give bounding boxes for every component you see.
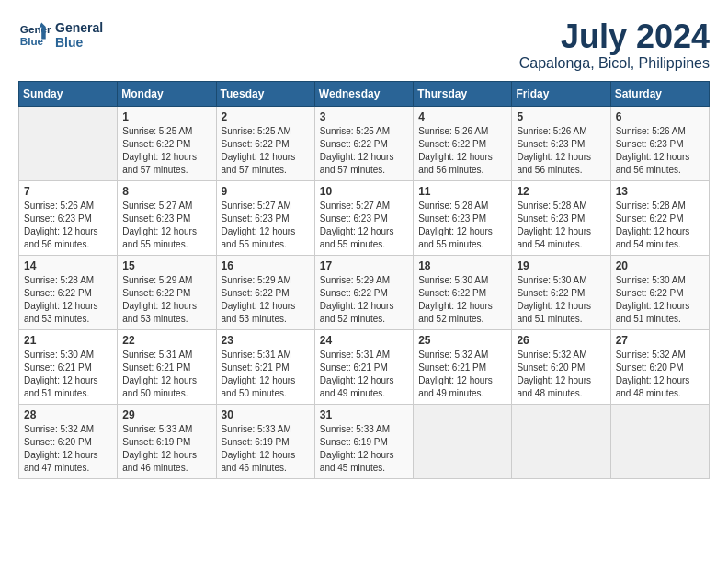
calendar-cell: 31Sunrise: 5:33 AMSunset: 6:19 PMDayligh… bbox=[314, 404, 413, 478]
calendar-cell bbox=[512, 404, 610, 478]
calendar-cell: 27Sunrise: 5:32 AMSunset: 6:20 PMDayligh… bbox=[610, 329, 709, 404]
day-number: 1 bbox=[122, 110, 210, 123]
day-info: Sunrise: 5:33 AMSunset: 6:19 PMDaylight:… bbox=[320, 423, 408, 475]
day-number: 20 bbox=[616, 259, 704, 272]
calendar-table: SundayMondayTuesdayWednesdayThursdayFrid… bbox=[18, 81, 710, 479]
calendar-cell: 18Sunrise: 5:30 AMSunset: 6:22 PMDayligh… bbox=[414, 255, 512, 329]
day-info: Sunrise: 5:31 AMSunset: 6:21 PMDaylight:… bbox=[122, 349, 210, 400]
day-info: Sunrise: 5:30 AMSunset: 6:21 PMDaylight:… bbox=[24, 349, 112, 400]
calendar-cell: 23Sunrise: 5:31 AMSunset: 6:21 PMDayligh… bbox=[216, 329, 314, 404]
calendar-cell: 3Sunrise: 5:25 AMSunset: 6:22 PMDaylight… bbox=[314, 106, 413, 180]
calendar-cell: 29Sunrise: 5:33 AMSunset: 6:19 PMDayligh… bbox=[118, 404, 216, 478]
calendar-cell: 7Sunrise: 5:26 AMSunset: 6:23 PMDaylight… bbox=[19, 180, 118, 255]
day-info: Sunrise: 5:29 AMSunset: 6:22 PMDaylight:… bbox=[222, 274, 310, 326]
day-number: 15 bbox=[122, 259, 210, 272]
day-info: Sunrise: 5:25 AMSunset: 6:22 PMDaylight:… bbox=[320, 125, 408, 177]
day-info: Sunrise: 5:28 AMSunset: 6:23 PMDaylight:… bbox=[517, 200, 605, 251]
calendar-cell: 5Sunrise: 5:26 AMSunset: 6:23 PMDaylight… bbox=[512, 106, 610, 180]
svg-text:General: General bbox=[20, 23, 51, 35]
weekday-header-sunday: Sunday bbox=[19, 81, 118, 106]
logo: General Blue General Blue bbox=[18, 18, 103, 52]
day-number: 26 bbox=[517, 334, 605, 347]
day-info: Sunrise: 5:30 AMSunset: 6:22 PMDaylight:… bbox=[418, 274, 506, 326]
calendar-cell: 19Sunrise: 5:30 AMSunset: 6:22 PMDayligh… bbox=[512, 255, 610, 329]
calendar-cell: 24Sunrise: 5:31 AMSunset: 6:21 PMDayligh… bbox=[314, 329, 413, 404]
day-info: Sunrise: 5:27 AMSunset: 6:23 PMDaylight:… bbox=[320, 200, 408, 251]
calendar-cell: 20Sunrise: 5:30 AMSunset: 6:22 PMDayligh… bbox=[610, 255, 709, 329]
day-number: 8 bbox=[122, 185, 210, 198]
weekday-header-row: SundayMondayTuesdayWednesdayThursdayFrid… bbox=[19, 81, 710, 106]
calendar-cell: 8Sunrise: 5:27 AMSunset: 6:23 PMDaylight… bbox=[118, 180, 216, 255]
weekday-header-wednesday: Wednesday bbox=[314, 81, 413, 106]
day-number: 28 bbox=[24, 408, 112, 421]
day-number: 25 bbox=[418, 334, 506, 347]
day-info: Sunrise: 5:26 AMSunset: 6:22 PMDaylight:… bbox=[418, 125, 506, 177]
calendar-cell bbox=[610, 404, 709, 478]
calendar-cell bbox=[414, 404, 512, 478]
calendar-cell: 16Sunrise: 5:29 AMSunset: 6:22 PMDayligh… bbox=[216, 255, 314, 329]
day-info: Sunrise: 5:27 AMSunset: 6:23 PMDaylight:… bbox=[122, 200, 210, 251]
day-number: 10 bbox=[320, 185, 408, 198]
day-number: 29 bbox=[122, 408, 210, 421]
weekday-header-thursday: Thursday bbox=[414, 81, 512, 106]
calendar-cell: 15Sunrise: 5:29 AMSunset: 6:22 PMDayligh… bbox=[118, 255, 216, 329]
page-header: General Blue General Blue July 2024 Capa… bbox=[18, 18, 710, 72]
calendar-cell: 21Sunrise: 5:30 AMSunset: 6:21 PMDayligh… bbox=[19, 329, 118, 404]
weekday-header-saturday: Saturday bbox=[610, 81, 709, 106]
day-info: Sunrise: 5:25 AMSunset: 6:22 PMDaylight:… bbox=[122, 125, 210, 177]
day-info: Sunrise: 5:27 AMSunset: 6:23 PMDaylight:… bbox=[222, 200, 310, 251]
day-number: 18 bbox=[418, 259, 506, 272]
day-number: 27 bbox=[616, 334, 704, 347]
calendar-cell: 1Sunrise: 5:25 AMSunset: 6:22 PMDaylight… bbox=[118, 106, 216, 180]
day-number: 13 bbox=[616, 185, 704, 198]
day-number: 24 bbox=[320, 334, 408, 347]
logo-general: General bbox=[55, 20, 103, 35]
calendar-cell: 14Sunrise: 5:28 AMSunset: 6:22 PMDayligh… bbox=[19, 255, 118, 329]
day-info: Sunrise: 5:30 AMSunset: 6:22 PMDaylight:… bbox=[616, 274, 704, 326]
day-number: 2 bbox=[222, 110, 310, 123]
calendar-cell: 26Sunrise: 5:32 AMSunset: 6:20 PMDayligh… bbox=[512, 329, 610, 404]
calendar-cell: 28Sunrise: 5:32 AMSunset: 6:20 PMDayligh… bbox=[19, 404, 118, 478]
day-info: Sunrise: 5:28 AMSunset: 6:22 PMDaylight:… bbox=[24, 274, 112, 326]
day-number: 22 bbox=[122, 334, 210, 347]
day-number: 17 bbox=[320, 259, 408, 272]
calendar-week-5: 28Sunrise: 5:32 AMSunset: 6:20 PMDayligh… bbox=[19, 404, 710, 478]
calendar-cell: 30Sunrise: 5:33 AMSunset: 6:19 PMDayligh… bbox=[216, 404, 314, 478]
calendar-week-1: 1Sunrise: 5:25 AMSunset: 6:22 PMDaylight… bbox=[19, 106, 710, 180]
day-number: 14 bbox=[24, 259, 112, 272]
day-info: Sunrise: 5:33 AMSunset: 6:19 PMDaylight:… bbox=[222, 423, 310, 475]
weekday-header-monday: Monday bbox=[118, 81, 216, 106]
calendar-cell: 12Sunrise: 5:28 AMSunset: 6:23 PMDayligh… bbox=[512, 180, 610, 255]
svg-text:Blue: Blue bbox=[20, 35, 44, 47]
calendar-cell: 25Sunrise: 5:32 AMSunset: 6:21 PMDayligh… bbox=[414, 329, 512, 404]
day-info: Sunrise: 5:31 AMSunset: 6:21 PMDaylight:… bbox=[222, 349, 310, 400]
weekday-header-tuesday: Tuesday bbox=[216, 81, 314, 106]
day-number: 7 bbox=[24, 185, 112, 198]
day-info: Sunrise: 5:29 AMSunset: 6:22 PMDaylight:… bbox=[320, 274, 408, 326]
calendar-cell bbox=[19, 106, 118, 180]
location-subtitle: Capalonga, Bicol, Philippines bbox=[519, 55, 710, 72]
calendar-cell: 4Sunrise: 5:26 AMSunset: 6:22 PMDaylight… bbox=[414, 106, 512, 180]
calendar-week-3: 14Sunrise: 5:28 AMSunset: 6:22 PMDayligh… bbox=[19, 255, 710, 329]
title-area: July 2024 Capalonga, Bicol, Philippines bbox=[519, 18, 710, 72]
calendar-cell: 10Sunrise: 5:27 AMSunset: 6:23 PMDayligh… bbox=[314, 180, 413, 255]
day-number: 21 bbox=[24, 334, 112, 347]
day-info: Sunrise: 5:26 AMSunset: 6:23 PMDaylight:… bbox=[24, 200, 112, 251]
calendar-cell: 13Sunrise: 5:28 AMSunset: 6:22 PMDayligh… bbox=[610, 180, 709, 255]
day-number: 19 bbox=[517, 259, 605, 272]
day-number: 11 bbox=[418, 185, 506, 198]
calendar-cell: 17Sunrise: 5:29 AMSunset: 6:22 PMDayligh… bbox=[314, 255, 413, 329]
calendar-week-2: 7Sunrise: 5:26 AMSunset: 6:23 PMDaylight… bbox=[19, 180, 710, 255]
day-info: Sunrise: 5:32 AMSunset: 6:20 PMDaylight:… bbox=[24, 423, 112, 475]
logo-icon: General Blue bbox=[18, 18, 51, 52]
month-year-title: July 2024 bbox=[519, 18, 710, 55]
day-info: Sunrise: 5:28 AMSunset: 6:22 PMDaylight:… bbox=[616, 200, 704, 251]
day-number: 5 bbox=[517, 110, 605, 123]
day-number: 23 bbox=[222, 334, 310, 347]
day-info: Sunrise: 5:30 AMSunset: 6:22 PMDaylight:… bbox=[517, 274, 605, 326]
day-info: Sunrise: 5:32 AMSunset: 6:20 PMDaylight:… bbox=[616, 349, 704, 400]
day-info: Sunrise: 5:29 AMSunset: 6:22 PMDaylight:… bbox=[122, 274, 210, 326]
calendar-cell: 9Sunrise: 5:27 AMSunset: 6:23 PMDaylight… bbox=[216, 180, 314, 255]
day-info: Sunrise: 5:32 AMSunset: 6:20 PMDaylight:… bbox=[517, 349, 605, 400]
day-number: 6 bbox=[616, 110, 704, 123]
